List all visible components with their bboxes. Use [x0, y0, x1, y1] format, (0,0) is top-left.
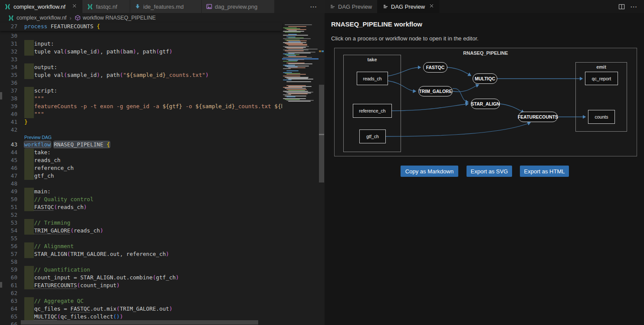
code-text: reference_ch	[24, 164, 74, 172]
code-line: 45 reads_ch	[0, 156, 282, 164]
minimap[interactable]	[282, 23, 319, 325]
code-line: 32 tuple val(sample_id), path(bam), path…	[0, 48, 282, 56]
line-number: 61	[0, 282, 17, 289]
overview-ruler-cursor-mark	[319, 134, 324, 135]
horizontal-scrollbar-thumb[interactable]	[21, 320, 258, 325]
tab-label: ide_features.md	[143, 3, 184, 10]
dag-channel-qc_report[interactable]: qc_report	[585, 72, 618, 85]
code-text: FEATURECOUNTS(count_input)	[24, 282, 120, 289]
code-text: script:	[24, 87, 57, 95]
code-line: 39 featureCounts -p -t exon -g gene_id -…	[0, 103, 282, 110]
code-text: qc_files = FASTQC.out.mix(TRIM_GALORE.ou…	[24, 305, 172, 313]
minimap-selection-mark	[282, 58, 319, 60]
dag-group-label: take	[344, 57, 401, 62]
editor-tab-complex_workflow.nf[interactable]: complex_workflow.nf	[0, 0, 82, 13]
line-number: 32	[0, 48, 17, 56]
line-number: 63	[0, 297, 17, 305]
tab-label: dag_preview.png	[215, 3, 257, 10]
code-text: // Quantification	[24, 266, 90, 274]
editor-more-actions-button[interactable]: ⋯	[310, 3, 325, 11]
overview-ruler-mark	[322, 50, 324, 52]
preview-icon	[330, 4, 335, 10]
dag-channel-counts[interactable]: counts	[588, 110, 615, 124]
code-line: 43workflow RNASEQ_PIPELINE {	[0, 141, 282, 149]
code-line: 37 script:	[0, 87, 282, 95]
code-text: featureCounts -p -t exon -g gene_id -a $…	[24, 103, 282, 110]
copy-as-markdown-button[interactable]: Copy as Markdown	[401, 166, 458, 177]
editor-tab-fastqc.nf[interactable]: fastqc.nf	[82, 0, 130, 13]
code-text: workflow RNASEQ_PIPELINE {	[24, 141, 110, 149]
code-text: input:	[24, 40, 54, 48]
line-number: 65	[0, 313, 17, 321]
panel-tab-dag-preview[interactable]: DAG Preview	[378, 0, 440, 13]
line-number: 34	[0, 63, 17, 71]
close-icon[interactable]	[429, 3, 434, 10]
minimap-line	[283, 68, 291, 69]
breadcrumb-item[interactable]: complex_workflow.nf	[16, 15, 66, 21]
editor-tab-ide_features.md[interactable]: ide_features.md	[130, 0, 202, 13]
editor-tab-dag_preview.png[interactable]: dag_preview.png	[202, 0, 275, 13]
close-icon[interactable]	[71, 3, 78, 10]
dag-channel-reference_ch[interactable]: reference_ch	[353, 104, 392, 118]
dag-edge-TRIM_GALORE-to-MULTIQC	[453, 85, 479, 92]
markdown-icon	[135, 3, 141, 10]
code-line: 52	[0, 211, 282, 219]
code-line: 35 tuple val(sample_id), path("${sample_…	[0, 71, 282, 79]
line-number: 27	[0, 23, 17, 30]
code-text: reads_ch	[24, 156, 60, 164]
codelens-preview-dag-link[interactable]: Preview DAG	[24, 134, 52, 141]
code-line: 33	[0, 56, 282, 63]
editor-tab-bar: complex_workflow.nffastqc.nfide_features…	[0, 0, 325, 13]
code-area[interactable]: 3031 input:32 tuple val(sample_id), path…	[0, 23, 282, 325]
code-line: 59 // Quantification	[0, 266, 282, 274]
line-number: 38	[0, 95, 17, 103]
code-line: 34 output:	[0, 63, 282, 71]
code-text: process FEATURECOUNTS {	[24, 23, 100, 30]
dag-process-FEATURECOUNTS[interactable]: FEATURECOUNTS	[518, 112, 558, 122]
line-number: 62	[0, 289, 17, 297]
line-number: 54	[0, 227, 17, 235]
dag-channel-reads_ch[interactable]: reads_ch	[357, 72, 388, 85]
breadcrumb[interactable]: complex_workflow.nf›workflow RNASEQ_PIPE…	[0, 13, 325, 23]
line-number: 53	[0, 219, 17, 227]
tab-label: fastqc.nf	[96, 3, 117, 10]
line-number: 44	[0, 149, 17, 156]
vertical-scrollbar[interactable]	[319, 23, 325, 325]
dag-edge-STAR_ALIGN-to-FEATURECOUNTS	[500, 104, 524, 113]
gutter-decoration	[0, 282, 2, 288]
line-number: 42	[0, 126, 17, 134]
breadcrumb-item[interactable]: workflow RNASEQ_PIPELINE	[83, 15, 156, 21]
code-line: 41}	[0, 118, 282, 126]
dag-process-TRIM_GALORE[interactable]: TRIM_GALORE	[418, 86, 453, 96]
code-text: gtf_ch	[24, 172, 54, 180]
dag-process-FASTQC[interactable]: FASTQC	[423, 62, 447, 73]
dag-channel-gtf_ch[interactable]: gtf_ch	[359, 129, 386, 143]
code-line: 55	[0, 235, 282, 242]
code-text: // Trimming	[24, 219, 70, 227]
split-editor-icon[interactable]	[618, 3, 625, 10]
code-text: // Aggregate QC	[24, 297, 83, 305]
code-line: 61 FEATURECOUNTS(count_input)	[0, 282, 282, 289]
panel-heading: RNASEQ_PIPELINE workflow	[331, 20, 422, 28]
sticky-scroll-line[interactable]: 27process FEATURECOUNTS {	[0, 23, 282, 31]
overview-ruler-mark	[319, 50, 321, 52]
line-number: 49	[0, 188, 17, 196]
minimap-line	[283, 35, 308, 36]
dag-group-label: emit	[576, 64, 627, 70]
export-as-svg-button[interactable]: Export as SVG	[467, 166, 512, 177]
line-number: 36	[0, 79, 17, 87]
panel-more-actions-button[interactable]: ⋯	[630, 3, 638, 11]
export-as-html-button[interactable]: Export as HTML	[520, 166, 569, 177]
line-number: 33	[0, 56, 17, 63]
minimap-line	[283, 80, 292, 80]
code-line: 49 main:	[0, 188, 282, 196]
dag-process-STAR_ALIGN[interactable]: STAR_ALIGN	[471, 99, 500, 109]
line-number: 30	[0, 32, 17, 40]
code-line: 42	[0, 126, 282, 134]
line-number: 55	[0, 235, 17, 242]
panel-tab-dag-preview[interactable]: DAG Preview	[325, 0, 378, 13]
dag-process-MULTIQC[interactable]: MULTIQC	[473, 73, 497, 84]
image-icon	[206, 3, 212, 10]
code-text: """	[24, 110, 44, 118]
line-number: 40	[0, 110, 17, 118]
